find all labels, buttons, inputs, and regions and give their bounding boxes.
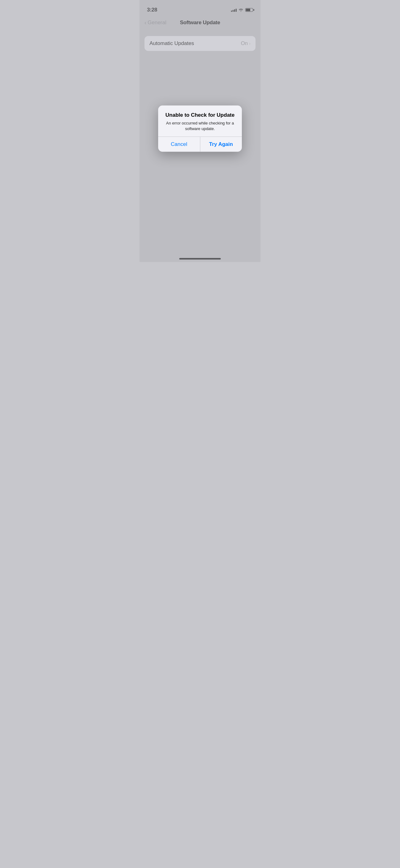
cancel-button[interactable]: Cancel [158, 137, 200, 152]
try-again-button[interactable]: Try Again [200, 137, 242, 152]
alert-message: An error occurred while checking for a s… [163, 120, 237, 132]
alert-dialog: Unable to Check for Update An error occu… [158, 105, 242, 152]
alert-buttons: Cancel Try Again [158, 136, 242, 152]
alert-content: Unable to Check for Update An error occu… [158, 105, 242, 136]
alert-title: Unable to Check for Update [163, 112, 237, 119]
